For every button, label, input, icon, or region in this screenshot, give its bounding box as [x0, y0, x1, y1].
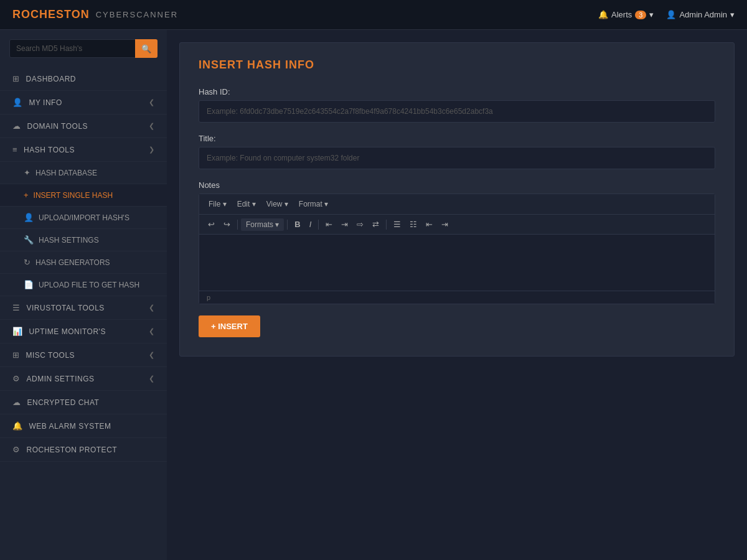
- title-input[interactable]: [199, 147, 715, 169]
- list-ul-button[interactable]: ☰: [390, 218, 405, 231]
- sidebar-item-label: MISC TOOLS: [26, 351, 75, 360]
- user-icon: 👤: [666, 10, 676, 19]
- align-right-button[interactable]: ⇨: [353, 218, 367, 231]
- search-button[interactable]: 🔍: [135, 39, 157, 58]
- dashboard-icon: ⊞: [12, 74, 20, 83]
- sidebar-item-admin-settings[interactable]: ⚙ ADMIN SETTINGS ❮: [0, 367, 167, 391]
- align-center-button[interactable]: ⇥: [337, 218, 352, 231]
- chevron-down-icon: ❯: [149, 146, 155, 154]
- notes-label: Notes: [199, 180, 715, 190]
- main-content: INSERT HASH INFO Hash ID: Title: Notes F…: [167, 30, 747, 560]
- alerts-chevron-icon: ▾: [649, 10, 654, 19]
- sidebar-item-label: VIRUSTOTAL TOOLS: [27, 304, 105, 312]
- sidebar-item-label: DOMAIN TOOLS: [27, 122, 88, 131]
- sidebar-item-dashboard[interactable]: ⊞ DASHBOARD: [0, 67, 167, 91]
- gear-icon: ⚙: [12, 374, 21, 383]
- editor-body[interactable]: [199, 235, 715, 291]
- sidebar-item-uptime-monitors[interactable]: 📊 UPTIME MONITOR'S ❮: [0, 320, 167, 343]
- topbar: ROCHESTON CYBERSCANNER 🔔 Alerts 3 ▾ 👤 Ad…: [0, 0, 747, 30]
- list-icon: ☰: [12, 303, 21, 312]
- notes-group: Notes File ▾ Edit ▾ View ▾ Format ▾ ↩ ↪: [199, 180, 715, 304]
- insert-button[interactable]: + INSERT: [199, 315, 260, 337]
- toolbar-sep-3: [318, 220, 319, 230]
- indent-button[interactable]: ⇥: [438, 218, 452, 231]
- admin-chevron-icon: ▾: [730, 10, 735, 19]
- sidebar-item-upload-file-to-get-hash[interactable]: 📄 UPLOAD FILE TO GET HASH: [0, 274, 167, 296]
- content-card: INSERT HASH INFO Hash ID: Title: Notes F…: [179, 42, 735, 357]
- redo-button[interactable]: ↪: [220, 218, 234, 231]
- sidebar: 🔍 ⊞ DASHBOARD 👤 MY INFO ❮ ☁ DOMAIN TOOLS…: [0, 30, 167, 560]
- chevron-right-icon: ❮: [149, 351, 155, 359]
- chevron-right-icon: ❮: [149, 98, 155, 106]
- sidebar-subitem-label: INSERT SINGLE HASH: [34, 191, 113, 200]
- menu-format[interactable]: Format ▾: [294, 198, 332, 210]
- layout: 🔍 ⊞ DASHBOARD 👤 MY INFO ❮ ☁ DOMAIN TOOLS…: [0, 30, 747, 560]
- chart-icon: 📊: [12, 327, 23, 336]
- topbar-right: 🔔 Alerts 3 ▾ 👤 Admin Admin ▾: [598, 10, 735, 19]
- menu-edit[interactable]: Edit ▾: [233, 198, 260, 210]
- toolbar-sep-4: [386, 220, 387, 230]
- sidebar-item-hash-generators[interactable]: ↻ HASH GENERATORS: [0, 251, 167, 274]
- alarm-icon: 🔔: [12, 421, 23, 431]
- sidebar-item-hash-tools[interactable]: ≡ HASH TOOLS ❯: [0, 138, 167, 162]
- menu-file[interactable]: File ▾: [204, 198, 231, 210]
- alerts-button[interactable]: 🔔 Alerts 3 ▾: [598, 10, 654, 19]
- chevron-right-icon: ❮: [149, 304, 155, 312]
- chevron-right-icon: ❮: [149, 375, 155, 383]
- sidebar-item-rocheston-protect[interactable]: ⚙ ROCHESTON PROTECT: [0, 438, 167, 462]
- toolbar-sep-1: [237, 220, 238, 230]
- sidebar-item-my-info[interactable]: 👤 MY INFO ❮: [0, 91, 167, 114]
- refresh-icon: ↻: [24, 258, 31, 267]
- sidebar-item-hash-settings[interactable]: 🔧 HASH SETTINGS: [0, 229, 167, 251]
- sidebar-item-hash-database[interactable]: ✦ HASH DATABASE: [0, 162, 167, 184]
- brand-logo-suffix: ON: [72, 8, 90, 21]
- search-wrap: 🔍: [0, 39, 167, 67]
- sidebar-item-label: ROCHESTON PROTECT: [27, 446, 118, 454]
- align-left-button[interactable]: ⇤: [322, 218, 336, 231]
- menu-view[interactable]: View ▾: [262, 198, 293, 210]
- outdent-button[interactable]: ⇤: [422, 218, 436, 231]
- formats-dropdown[interactable]: Formats ▾: [241, 218, 284, 231]
- sidebar-item-insert-single-hash[interactable]: + INSERT SINGLE HASH: [0, 184, 167, 207]
- chat-icon: ☁: [12, 398, 21, 407]
- sidebar-item-label: MY INFO: [29, 98, 62, 107]
- sidebar-item-web-alarm-system[interactable]: 🔔 WEB ALARM SYSTEM: [0, 414, 167, 438]
- editor-toolbar: ↩ ↪ Formats ▾ B I ⇤ ⇥ ⇨ ⇄ ☰: [199, 215, 715, 235]
- sidebar-item-encrypted-chat[interactable]: ☁ ENCRYPTED CHAT: [0, 391, 167, 414]
- italic-button[interactable]: I: [306, 218, 316, 231]
- user-icon: 👤: [12, 98, 23, 107]
- brand: ROCHESTON CYBERSCANNER: [12, 8, 178, 21]
- brand-cyber: CYBERSCANNER: [96, 10, 178, 19]
- editor-container: File ▾ Edit ▾ View ▾ Format ▾ ↩ ↪ Format…: [199, 194, 715, 304]
- protect-icon: ⚙: [12, 445, 21, 454]
- toolbar-sep-2: [287, 220, 288, 230]
- page-title: INSERT HASH INFO: [199, 58, 715, 72]
- hash-id-input[interactable]: [199, 100, 715, 123]
- bold-button[interactable]: B: [291, 218, 304, 231]
- editor-statusbar: p: [199, 291, 715, 304]
- sidebar-item-virustotal-tools[interactable]: ☰ VIRUSTOTAL TOOLS ❮: [0, 296, 167, 320]
- editor-statusbar-text: p: [207, 294, 210, 301]
- admin-button[interactable]: 👤 Admin Admin ▾: [666, 10, 735, 19]
- sidebar-item-domain-tools[interactable]: ☁ DOMAIN TOOLS ❮: [0, 114, 167, 138]
- sidebar-subitem-label: HASH SETTINGS: [39, 236, 99, 245]
- grid-icon: ⊞: [12, 350, 20, 360]
- sidebar-item-upload-import-hashs[interactable]: 👤 UPLOAD/IMPORT HASH'S: [0, 207, 167, 229]
- bell-icon: 🔔: [598, 10, 608, 19]
- align-justify-button[interactable]: ⇄: [369, 218, 383, 231]
- brand-logo: ROCHESTON: [12, 8, 90, 21]
- insert-button-label: + INSERT: [211, 322, 248, 331]
- alerts-label: Alerts: [611, 10, 632, 19]
- list-ol-button[interactable]: ☷: [406, 218, 421, 231]
- database-icon: ✦: [24, 168, 31, 177]
- undo-button[interactable]: ↩: [204, 218, 218, 231]
- plus-icon: +: [24, 190, 29, 200]
- sidebar-item-misc-tools[interactable]: ⊞ MISC TOOLS ❮: [0, 343, 167, 367]
- hash-icon: ≡: [12, 145, 17, 154]
- admin-label: Admin Admin: [679, 10, 727, 19]
- chevron-right-icon: ❮: [149, 327, 155, 335]
- hash-id-label: Hash ID:: [199, 87, 715, 96]
- title-group: Title:: [199, 134, 715, 169]
- sidebar-item-label: ADMIN SETTINGS: [27, 375, 95, 383]
- settings-icon: 🔧: [24, 235, 34, 245]
